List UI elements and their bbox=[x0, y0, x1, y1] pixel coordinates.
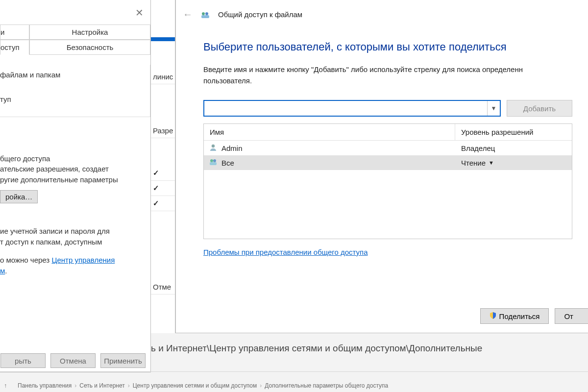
permission-level[interactable]: Чтение bbox=[461, 159, 486, 167]
user-row[interactable]: ВсеЧтение ▼ bbox=[204, 155, 572, 170]
password-protection-text: ие учетной записи и пароля для bbox=[0, 226, 150, 237]
wizard-title: Общий доступ к файлам bbox=[218, 10, 302, 19]
password-protection-text: о можно через Центр управления bbox=[0, 255, 150, 266]
user-icon bbox=[209, 143, 218, 153]
divider bbox=[0, 371, 588, 372]
svg-point-0 bbox=[202, 12, 205, 15]
column-name[interactable]: Имя bbox=[204, 124, 455, 140]
up-arrow-icon[interactable]: ↑ bbox=[4, 382, 7, 389]
wizard-header: ← Общий доступ к файлам bbox=[176, 0, 588, 26]
user-combo[interactable]: ▼ bbox=[203, 100, 501, 117]
user-row[interactable]: AdminВладелец bbox=[204, 141, 572, 155]
wizard-footer: Поделиться От bbox=[480, 308, 588, 324]
troubleshoot-sharing-link[interactable]: Проблемы при предоставлении общего досту… bbox=[203, 248, 368, 256]
breadcrumb-item[interactable]: Панель управления bbox=[18, 382, 72, 389]
svg-rect-6 bbox=[210, 162, 217, 165]
advanced-sharing-button[interactable]: ройка… bbox=[0, 190, 38, 203]
list-item[interactable] bbox=[151, 166, 175, 181]
breadcrumb[interactable]: ↑ Панель управления›Сеть и Интернет›Цент… bbox=[0, 382, 588, 389]
tab-security[interactable]: Безопасность bbox=[29, 40, 150, 55]
column-permission[interactable]: Уровень разрешений bbox=[455, 124, 572, 140]
text-fragment: м. bbox=[0, 266, 150, 276]
user-permission-list: Имя Уровень разрешений AdminВладелецВсеЧ… bbox=[203, 123, 572, 239]
back-arrow-icon[interactable]: ← bbox=[183, 9, 193, 20]
add-button[interactable]: Добавить bbox=[507, 100, 572, 117]
user-name: Admin bbox=[221, 144, 243, 152]
list-header: Имя Уровень разрешений bbox=[204, 124, 572, 141]
cancel-button[interactable]: От bbox=[555, 308, 588, 324]
shield-icon bbox=[490, 312, 496, 320]
wizard-heading: Выберите пользователей, с которыми вы хо… bbox=[203, 41, 572, 53]
text-fragment: файлам и папкам bbox=[0, 70, 145, 80]
permission-level: Владелец bbox=[461, 144, 495, 152]
apply-button[interactable]: Применить bbox=[100, 353, 146, 368]
text-fragment: ругие дополнительные параметры bbox=[0, 174, 150, 185]
svg-point-5 bbox=[213, 159, 216, 162]
network-center-link-tail[interactable]: м bbox=[0, 267, 5, 275]
network-center-link[interactable]: Центр управления bbox=[51, 256, 115, 264]
tab-sharing[interactable]: оступ bbox=[0, 40, 29, 55]
share-button-label: Поделиться bbox=[499, 312, 540, 320]
svg-point-1 bbox=[205, 12, 208, 15]
list-item[interactable]: Разре bbox=[151, 123, 175, 138]
address-path: ь и Интернет\Центр управления сетями и о… bbox=[151, 343, 588, 354]
selection-highlight bbox=[151, 37, 175, 41]
text-fragment: ательские разрешения, создает bbox=[0, 164, 150, 174]
properties-tabs: и Настройка оступ Безопасность bbox=[0, 24, 150, 55]
sharing-icon bbox=[200, 10, 210, 20]
password-protection-text: т доступ к папкам, доступным bbox=[0, 237, 150, 247]
tab-general[interactable]: и bbox=[0, 24, 29, 40]
user-icon bbox=[209, 158, 218, 168]
chevron-down-icon[interactable]: ▼ bbox=[489, 160, 494, 166]
properties-dialog: ✕ и Настройка оступ Безопасность файлам … bbox=[0, 0, 151, 372]
advanced-sharing-title: бщего доступа bbox=[0, 153, 150, 164]
properties-footer: рыть Отмена Применить bbox=[0, 353, 146, 368]
user-input[interactable] bbox=[204, 101, 487, 116]
cancel-button[interactable]: Отмена bbox=[50, 353, 96, 368]
breadcrumb-item[interactable]: Дополнительные параметры общего доступа bbox=[265, 382, 388, 389]
network-sharing-group: файлам и папкам туп bbox=[0, 65, 150, 117]
list-item[interactable] bbox=[151, 196, 175, 211]
svg-point-3 bbox=[212, 144, 215, 147]
background-list-sliver: линис Разре Отме bbox=[151, 0, 175, 333]
close-button[interactable]: рыть bbox=[0, 353, 46, 368]
file-sharing-wizard: ← Общий доступ к файлам Выберите пользов… bbox=[175, 0, 588, 333]
chevron-down-icon[interactable]: ▼ bbox=[487, 101, 500, 116]
breadcrumb-item[interactable]: Центр управления сетями и общим доступом bbox=[133, 382, 257, 389]
close-icon[interactable]: ✕ bbox=[135, 7, 144, 19]
breadcrumb-item[interactable]: Сеть и Интернет bbox=[79, 382, 124, 389]
user-name: Все bbox=[221, 159, 234, 167]
text-fragment: туп bbox=[0, 94, 145, 105]
tab-settings[interactable]: Настройка bbox=[29, 24, 150, 40]
list-item[interactable]: линис bbox=[151, 70, 175, 84]
svg-point-4 bbox=[210, 159, 213, 162]
svg-rect-2 bbox=[201, 15, 209, 18]
list-item[interactable]: Отме bbox=[151, 280, 175, 294]
wizard-hint: Введите имя и нажмите кнопку "Добавить" … bbox=[203, 64, 572, 86]
list-item[interactable] bbox=[151, 181, 175, 196]
share-button[interactable]: Поделиться bbox=[480, 308, 549, 324]
